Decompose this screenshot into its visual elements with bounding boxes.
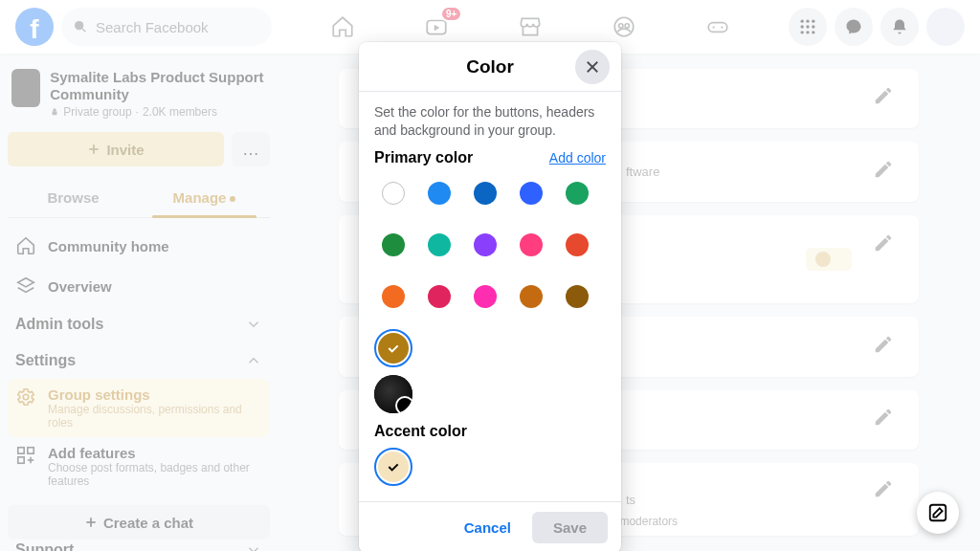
modal-footer: Cancel Save bbox=[359, 501, 621, 551]
primary-color-grid bbox=[374, 174, 606, 367]
pencil-in-square-icon bbox=[927, 502, 948, 523]
close-icon bbox=[584, 58, 601, 76]
color-swatch[interactable] bbox=[466, 226, 504, 264]
accent-swatch-selected[interactable] bbox=[374, 448, 412, 486]
color-modal: Color Set the color for the buttons, hea… bbox=[359, 42, 621, 551]
primary-color-label: Primary color bbox=[374, 149, 473, 166]
svg-rect-29 bbox=[930, 505, 947, 521]
modal-description: Set the color for the buttons, headers a… bbox=[374, 103, 606, 140]
color-swatch[interactable] bbox=[420, 277, 458, 316]
color-swatch[interactable] bbox=[512, 277, 550, 316]
color-swatch[interactable] bbox=[466, 277, 504, 316]
color-swatch[interactable] bbox=[558, 226, 596, 264]
accent-color-label: Accent color bbox=[374, 423, 467, 440]
color-swatch[interactable] bbox=[558, 174, 596, 212]
color-swatch[interactable] bbox=[420, 226, 458, 264]
color-swatch[interactable] bbox=[420, 174, 458, 212]
modal-title: Color bbox=[466, 56, 514, 77]
check-icon bbox=[386, 341, 401, 356]
close-button[interactable] bbox=[575, 50, 610, 84]
color-swatch[interactable] bbox=[374, 277, 412, 316]
add-color-link[interactable]: Add color bbox=[549, 150, 606, 165]
color-swatch[interactable] bbox=[374, 226, 412, 264]
custom-color-thumb[interactable] bbox=[374, 375, 412, 413]
compose-fab[interactable] bbox=[917, 492, 959, 534]
color-swatch-white[interactable] bbox=[374, 174, 412, 212]
color-swatch[interactable] bbox=[512, 174, 550, 212]
modal-header: Color bbox=[359, 42, 621, 92]
color-swatch-selected[interactable] bbox=[374, 329, 412, 367]
modal-body: Set the color for the buttons, headers a… bbox=[359, 92, 621, 501]
color-swatch[interactable] bbox=[466, 174, 504, 212]
cancel-button[interactable]: Cancel bbox=[451, 512, 524, 543]
color-swatch[interactable] bbox=[558, 277, 596, 316]
save-button[interactable]: Save bbox=[532, 512, 608, 543]
check-icon bbox=[386, 459, 401, 474]
color-swatch[interactable] bbox=[512, 226, 550, 264]
